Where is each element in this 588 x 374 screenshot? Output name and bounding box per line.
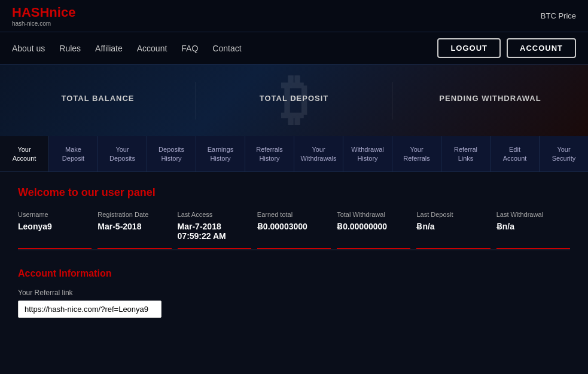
subnav-referrals-history[interactable]: ReferralsHistory (245, 136, 294, 171)
logout-button[interactable]: LOGOUT (437, 38, 501, 58)
subnav-earnings-history[interactable]: EarningsHistory (196, 136, 245, 171)
hero-pending-label: PENDING WITHDRAWAL (439, 94, 541, 103)
subnav-your-withdrawals[interactable]: YourWithdrawals (294, 136, 343, 171)
referral-label: Your Referral link (18, 289, 570, 297)
nav-contact[interactable]: Contact (212, 44, 241, 53)
stat-earned-label: Earned total (257, 211, 293, 218)
stats-row: Username Leonya9 Registration Date Mar-5… (18, 211, 570, 250)
subnav-make-deposit[interactable]: MakeDeposit (49, 136, 98, 171)
stat-last-deposit-label: Last Deposit (416, 211, 453, 218)
hero-stat-deposit: TOTAL DEPOSIT (196, 82, 392, 119)
stat-reg-date: Registration Date Mar-5-2018 (98, 211, 171, 249)
logo-domain: hash-nice.com (12, 20, 75, 27)
stat-last-deposit-value: Ƀn/a (416, 222, 434, 231)
account-info-title: Account Information (18, 268, 570, 279)
stat-withdrawal-value: Ƀ0.00000000 (337, 222, 387, 231)
subnav-your-account[interactable]: YourAccount (0, 136, 49, 171)
stat-earned: Earned total Ƀ0.00003000 (257, 211, 331, 249)
subnav-deposits-history[interactable]: DepositsHistory (147, 136, 196, 171)
stat-reg-date-label: Registration Date (98, 211, 148, 218)
stat-last-access-label: Last Access (178, 211, 213, 218)
hero-section: ₿ TOTAL BALANCE TOTAL DEPOSIT PENDING WI… (0, 65, 588, 136)
nav-links: About us Rules Affiliate Account FAQ Con… (12, 44, 242, 53)
nav-faq[interactable]: FAQ (181, 44, 198, 53)
referral-input[interactable] (18, 301, 162, 318)
sub-nav: YourAccount MakeDeposit YourDeposits Dep… (0, 136, 588, 172)
logo-main: HASHnice (12, 5, 75, 20)
nav-account[interactable]: Account (137, 44, 167, 53)
account-button[interactable]: ACCOUNT (507, 38, 576, 58)
nav-rules[interactable]: Rules (59, 44, 81, 53)
btc-price-label: BTC Price (541, 11, 576, 20)
top-bar: HASHnice hash-nice.com BTC Price (0, 0, 588, 32)
logo-nice: nice (49, 5, 75, 20)
subnav-your-referrals[interactable]: YourReferrals (392, 136, 441, 171)
logo-text: HASHnice hash-nice.com (12, 5, 75, 27)
hero-balance-label: TOTAL BALANCE (61, 94, 134, 103)
hero-stats: TOTAL BALANCE TOTAL DEPOSIT PENDING WITH… (0, 82, 588, 119)
hero-deposit-label: TOTAL DEPOSIT (260, 94, 329, 103)
stat-last-withdrawal-value: Ƀn/a (496, 222, 514, 231)
stat-last-withdrawal-label: Last Withdrawal (496, 211, 543, 218)
hero-stat-pending: PENDING WITHDRAWAL (392, 82, 588, 119)
hero-stat-balance: TOTAL BALANCE (0, 82, 196, 119)
logo-area: HASHnice hash-nice.com (12, 5, 75, 27)
subnav-referral-links[interactable]: ReferralLinks (441, 136, 490, 171)
stat-withdrawal: Total Withdrawal Ƀ0.00000000 (337, 211, 410, 249)
stat-reg-date-value: Mar-5-2018 (98, 222, 141, 231)
stat-username-label: Username (18, 211, 48, 218)
nav-bar: About us Rules Affiliate Account FAQ Con… (0, 32, 588, 65)
nav-buttons: LOGOUT ACCOUNT (437, 38, 576, 58)
stat-last-access-value: Mar-7-2018 07:59:22 AM (178, 222, 251, 241)
logo-hash: HASH (12, 5, 49, 20)
stat-username: Username Leonya9 (18, 211, 92, 249)
stat-earned-value: Ƀ0.00003000 (257, 222, 307, 231)
main-content: Welcome to our user panel Username Leony… (0, 172, 588, 332)
nav-affiliate[interactable]: Affiliate (95, 44, 123, 53)
stat-username-value: Leonya9 (18, 222, 52, 231)
subnav-edit-account[interactable]: EditAccount (490, 136, 540, 171)
stat-withdrawal-label: Total Withdrawal (337, 211, 385, 218)
welcome-title: Welcome to our user panel (18, 186, 570, 199)
stat-last-access: Last Access Mar-7-2018 07:59:22 AM (178, 211, 251, 249)
nav-about[interactable]: About us (12, 44, 45, 53)
subnav-withdrawal-history[interactable]: WithdrawalHistory (343, 136, 392, 171)
subnav-your-security[interactable]: YourSecurity (540, 136, 588, 171)
subnav-your-deposits[interactable]: YourDeposits (98, 136, 147, 171)
stat-last-withdrawal: Last Withdrawal Ƀn/a (496, 211, 570, 249)
stat-last-deposit: Last Deposit Ƀn/a (416, 211, 490, 249)
